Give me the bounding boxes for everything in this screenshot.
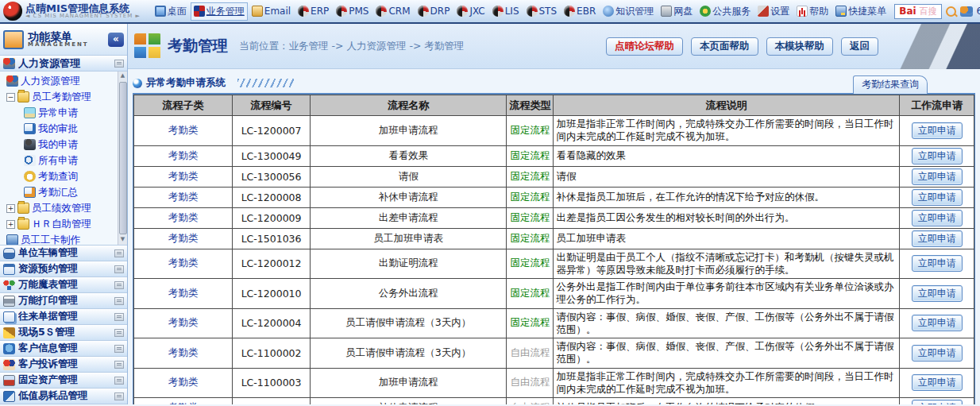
search-icon[interactable] bbox=[946, 6, 956, 17]
pin-icon[interactable] bbox=[114, 329, 124, 337]
workflow-table-container: 流程子类流程编号流程名称流程类型流程说明工作流申请 考勤类 LC-1200007… bbox=[133, 93, 975, 404]
pin-icon[interactable] bbox=[114, 281, 124, 289]
flow-type: 固定流程 bbox=[507, 228, 554, 249]
sidebar-section[interactable]: 客户投诉管理 bbox=[0, 357, 127, 373]
online-user-count[interactable]: 6人 bbox=[977, 5, 980, 18]
flow-name: 补休申请流程 bbox=[310, 398, 506, 405]
sidebar-section[interactable]: 单位车辆管理 bbox=[0, 246, 127, 261]
users-icon bbox=[6, 75, 18, 87]
top-menu-item[interactable]: 设置 bbox=[754, 2, 793, 21]
pin-icon[interactable] bbox=[114, 377, 124, 385]
baidu-search-box[interactable]: Bai 百搜 bbox=[894, 4, 941, 19]
top-menu-item[interactable]: STS bbox=[523, 3, 561, 19]
top-menu-item[interactable]: 业务管理 bbox=[191, 2, 248, 21]
top-menu-item[interactable]: DRP bbox=[415, 3, 453, 19]
table-row: 考勤类 LC-1200012 出勤证明流程 固定流程 出勤证明是由于员工个人（指… bbox=[134, 249, 974, 279]
top-menu-item[interactable]: Email bbox=[249, 3, 294, 19]
top-menu-item[interactable]: 网盘 bbox=[658, 2, 696, 21]
tree-expander[interactable]: + bbox=[6, 204, 15, 213]
tree-item-label: 人力资源管理 bbox=[21, 75, 80, 88]
top-menu-item[interactable]: 帮助 bbox=[793, 2, 831, 21]
tree-item[interactable]: + 员工绩效管理 bbox=[3, 200, 116, 216]
sidebar-collapse-button[interactable]: « bbox=[108, 33, 124, 47]
apply-now-button[interactable]: 立即申请 bbox=[912, 315, 963, 331]
pin-icon[interactable] bbox=[114, 392, 124, 400]
top-menu-item-label: STS bbox=[539, 6, 558, 17]
tree-item[interactable]: 我的申请 bbox=[3, 137, 116, 153]
tree-item[interactable]: − 员工考勤管理 bbox=[3, 89, 116, 105]
tree-scrollbar[interactable]: ▲ ▼ bbox=[118, 72, 127, 245]
tree-item[interactable]: 所有申请 bbox=[3, 153, 116, 168]
apply-now-button[interactable]: 立即申请 bbox=[912, 148, 963, 164]
tree-item[interactable]: 人力资源管理 bbox=[3, 73, 116, 89]
top-menu-item[interactable]: LIS bbox=[489, 3, 523, 19]
pin-icon[interactable] bbox=[114, 313, 124, 321]
sidebar-section[interactable]: 资源预约管理 bbox=[0, 261, 127, 277]
sidebar-section-hr[interactable]: 人力资源管理 bbox=[0, 56, 127, 72]
apply-now-button[interactable]: 立即申请 bbox=[912, 400, 963, 404]
sidebar-section[interactable]: 固定资产管理 bbox=[0, 373, 127, 389]
apply-now-button[interactable]: 立即申请 bbox=[912, 189, 963, 206]
top-menu-item[interactable]: JXC bbox=[453, 3, 488, 19]
sidebar-section[interactable]: 客户信息管理 bbox=[0, 341, 127, 357]
top-menu-item[interactable]: 公共服务 bbox=[696, 2, 754, 21]
top-menu-item[interactable]: 快捷菜单 bbox=[832, 2, 889, 21]
top-menu-item[interactable]: ERP bbox=[295, 3, 332, 19]
myreq-icon bbox=[24, 139, 36, 150]
help-button[interactable]: 点晴论坛帮助 bbox=[606, 37, 683, 56]
workflow-table: 流程子类流程编号流程名称流程类型流程说明工作流申请 考勤类 LC-1200007… bbox=[133, 95, 974, 404]
tree-expander[interactable]: − bbox=[6, 93, 15, 102]
top-menu-item[interactable]: EBR bbox=[561, 3, 599, 19]
app-logo-icon bbox=[3, 2, 22, 21]
online-users-icon[interactable] bbox=[960, 6, 973, 17]
top-menu-item[interactable]: PMS bbox=[333, 3, 372, 19]
sidebar-subtitle: MANAGEMENT bbox=[28, 42, 104, 48]
baidu-suffix-text: 百搜 bbox=[920, 6, 937, 17]
sidebar-section[interactable]: 万能魔表管理 bbox=[0, 277, 127, 293]
help-button[interactable]: 返回 bbox=[841, 37, 878, 56]
tree-item-label: 我的申请 bbox=[38, 138, 78, 152]
flow-code: LC-1200012 bbox=[233, 249, 311, 279]
apply-now-button[interactable]: 立即申请 bbox=[912, 122, 963, 139]
tab-attendance-result-query[interactable]: 考勤结果查询 bbox=[853, 75, 928, 94]
pin-icon[interactable] bbox=[114, 345, 124, 353]
pin-icon[interactable] bbox=[114, 361, 124, 369]
flow-type: 固定流程 bbox=[507, 207, 554, 228]
tree-item[interactable]: 我的审批 bbox=[3, 121, 116, 137]
apply-now-button[interactable]: 立即申请 bbox=[912, 230, 963, 247]
apply-now-button[interactable]: 立即申请 bbox=[912, 255, 963, 272]
tree-item[interactable]: 考勤汇总 bbox=[3, 184, 116, 200]
apply-now-button[interactable]: 立即申请 bbox=[912, 210, 963, 226]
apply-now-button[interactable]: 立即申请 bbox=[912, 345, 963, 362]
apply-now-button[interactable]: 立即申请 bbox=[912, 168, 963, 185]
tree-expander[interactable]: + bbox=[6, 220, 15, 229]
top-menu-item[interactable]: CRM bbox=[372, 3, 413, 19]
scroll-up-icon[interactable]: ▲ bbox=[121, 72, 125, 81]
tree-item[interactable]: 员工工卡制作 bbox=[3, 232, 116, 246]
apply-now-button[interactable]: 立即申请 bbox=[912, 374, 963, 391]
pin-icon[interactable] bbox=[114, 249, 124, 257]
scroll-down-icon[interactable]: ▼ bbox=[121, 235, 125, 245]
docs-icon bbox=[3, 311, 15, 323]
top-menu-item[interactable]: 知识管理 bbox=[600, 2, 657, 21]
sidebar-section[interactable]: 万能打印管理 bbox=[0, 293, 127, 309]
sidebar-section[interactable]: 低值易耗品管理 bbox=[0, 389, 127, 404]
apply-now-button[interactable]: 立即申请 bbox=[912, 285, 963, 302]
top-menu-item[interactable]: 桌面 bbox=[152, 2, 190, 21]
pin-icon[interactable] bbox=[114, 265, 124, 273]
tree-item-label: 考勤汇总 bbox=[38, 186, 78, 199]
flow-name: 出勤证明流程 bbox=[310, 249, 506, 279]
tree-item[interactable]: 异常申请 bbox=[3, 105, 116, 121]
scrollbar-thumb[interactable] bbox=[119, 82, 127, 234]
tree-item[interactable]: + ＨＲ自助管理 bbox=[3, 216, 116, 232]
table-row: 考勤类 LC-1501036 员工加班申请表 固定流程 员工加班申请表 立即申请 bbox=[134, 228, 974, 249]
tree-item[interactable]: 考勤查询 bbox=[3, 168, 116, 184]
app-subtitle: ◄ CS MIS MANAGMENT SYSTEM ► bbox=[25, 14, 141, 19]
sidebar-section[interactable]: 往来单据管理 bbox=[0, 309, 127, 325]
help-button[interactable]: 本模块帮助 bbox=[766, 37, 834, 56]
flow-code: LC-1300056 bbox=[233, 166, 311, 187]
pin-icon[interactable] bbox=[114, 297, 124, 305]
sidebar-section[interactable]: 现场5Ｓ管理 bbox=[0, 325, 127, 341]
help-button[interactable]: 本页面帮助 bbox=[691, 37, 758, 56]
pin-icon[interactable] bbox=[114, 60, 124, 68]
